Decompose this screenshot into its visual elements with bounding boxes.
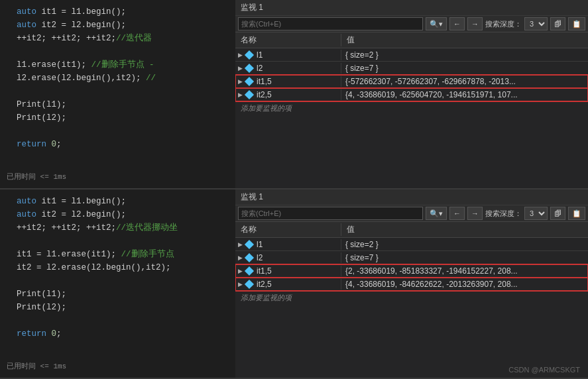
col-val-header-1: 值: [341, 34, 588, 46]
code-line: Print(l2);: [7, 111, 235, 125]
code-line: l2.erase(l2.begin(),it2); //: [7, 72, 235, 85]
row-val-l1-p2: { size=2 }: [341, 239, 588, 250]
diamond-icon: [245, 89, 254, 99]
expand-icon[interactable]: ▶: [238, 52, 243, 58]
code-line: auto it1 = l1.begin();: [7, 5, 235, 19]
watch-toolbar-1: 🔍▾ ← → 搜索深度： 3 1 2 4 5 🗐 📋: [235, 16, 588, 32]
row-name-it2-p2: ▶ it2,5: [235, 279, 341, 290]
fwd-btn-2[interactable]: →: [467, 207, 483, 220]
credit-text: CSDN @ARMCSKGT: [508, 366, 580, 374]
watch-row-l2[interactable]: ▶ l2 { size=7 }: [235, 62, 588, 75]
watch-row-l2-p2[interactable]: ▶ l2 { size=7 }: [235, 251, 588, 264]
col-headers-2: 名称 值: [235, 222, 588, 238]
code-line: Print(l2);: [7, 301, 235, 314]
diamond-icon: [245, 252, 254, 262]
status-bar-1: 已用时间 <= 1ms: [7, 172, 66, 183]
watch-table-1: 名称 值 ▶ l1 { size=2 } ▶ l2 { size=7 }: [235, 32, 588, 188]
row-name-it1: ▶ it1,5: [235, 76, 341, 87]
watch-row-it2-p2[interactable]: ▶ it2,5 {4, -33686019, -846262622, -2013…: [235, 278, 588, 291]
watch-row-it2[interactable]: ▶ it2,5 {4, -33686019, -625604720, -1946…: [235, 88, 588, 101]
diamond-icon: [245, 50, 254, 59]
code-area-1: auto it1 = l1.begin(); auto it2 = l2.beg…: [0, 0, 235, 188]
diamond-icon: [245, 279, 254, 288]
col-name-header-1: 名称: [235, 34, 341, 46]
expand-icon[interactable]: ▶: [238, 281, 243, 288]
depth-select-1[interactable]: 3 1 2 4 5: [524, 17, 548, 30]
col-val-header-2: 值: [341, 223, 588, 236]
search-box-1[interactable]: [238, 17, 423, 30]
diamond-icon: [245, 63, 254, 72]
row-name-l2-p2: ▶ l2: [235, 252, 341, 263]
watch-row-it1[interactable]: ▶ it1,5 {-572662307, -572662307, -629667…: [235, 75, 588, 88]
diamond-icon: [245, 239, 254, 248]
code-line: l1.erase(it1); //删除手节点 -: [7, 58, 235, 72]
code-line: [7, 235, 235, 248]
row-val-l2: { size=7 }: [341, 63, 588, 74]
expand-icon[interactable]: ▶: [238, 65, 243, 72]
depth-select-2[interactable]: 3 1 2 4 5: [524, 207, 548, 220]
status-bar-2: 已用时间 <= 1ms: [7, 361, 66, 372]
watch-table-2: 名称 值 ▶ l1 { size=2 } ▶ l2 { size=7 }: [235, 222, 588, 378]
search-input-2[interactable]: [241, 209, 420, 217]
expand-icon[interactable]: ▶: [238, 241, 243, 248]
search-btn-1[interactable]: 🔍▾: [426, 17, 447, 30]
row-val-it2-p2: {4, -33686019, -846262622, -2013263907, …: [341, 279, 588, 290]
watch-toolbar-2: 🔍▾ ← → 搜索深度： 3 1 2 4 5 🗐 📋: [235, 205, 588, 222]
row-val-it2: {4, -33686019, -625604720, -1946151971, …: [341, 89, 588, 100]
watch-title-1: 监视 1: [235, 0, 588, 16]
diamond-icon: [245, 266, 254, 275]
watch-row-l1-p2[interactable]: ▶ l1 { size=2 }: [235, 238, 588, 251]
row-val-l1: { size=2 }: [341, 50, 588, 60]
depth-label-2: 搜索深度：: [485, 209, 522, 219]
row-name-l1: ▶ l1: [235, 50, 341, 60]
code-line: ++it2; ++it2; ++it2;//迭代器: [7, 32, 235, 45]
code-line: Print(l1);: [7, 288, 235, 301]
settings-btn-1[interactable]: 🗐: [550, 17, 565, 30]
watch-row-l1[interactable]: ▶ l1 { size=2 }: [235, 48, 588, 62]
add-watch-2[interactable]: 添加要监视的项: [235, 291, 588, 305]
code-area-2: auto it1 = l1.begin(); auto it2 = l2.beg…: [0, 190, 235, 378]
settings-btn-2[interactable]: 🗐: [550, 207, 565, 220]
code-line: it1 = l1.erase(it1); //删除手节点: [7, 248, 235, 261]
code-line: [7, 274, 235, 288]
watch-area-1: 监视 1 🔍▾ ← → 搜索深度： 3 1 2 4 5 🗐 📋 名称 值: [235, 0, 588, 188]
search-btn-2[interactable]: 🔍▾: [426, 207, 447, 220]
code-line: auto it2 = l2.begin();: [7, 19, 235, 32]
watch-title-2: 监视 1: [235, 190, 588, 205]
code-line: [7, 45, 235, 58]
code-line: [7, 314, 235, 327]
panel-2: auto it1 = l1.begin(); auto it2 = l2.beg…: [0, 190, 588, 379]
code-line: ++it2; ++it2; ++it2;//迭代器挪动坐: [7, 221, 235, 235]
add-watch-1[interactable]: 添加要监视的项: [235, 101, 588, 115]
back-btn-1[interactable]: ←: [449, 17, 465, 30]
fwd-btn-1[interactable]: →: [467, 17, 483, 30]
code-line: return 0;: [7, 327, 235, 341]
search-input-1[interactable]: [241, 20, 420, 28]
diamond-icon: [245, 76, 254, 85]
row-name-it2: ▶ it2,5: [235, 89, 341, 100]
row-val-it1: {-572662307, -572662307, -629667878, -20…: [341, 76, 588, 87]
expand-icon[interactable]: ▶: [238, 78, 243, 85]
code-line: return 0;: [7, 138, 235, 151]
search-box-2[interactable]: [238, 207, 423, 220]
watch-row-it1-p2[interactable]: ▶ it1,5 {2, -33686019, -851833327, -1946…: [235, 264, 588, 278]
expand-icon[interactable]: ▶: [238, 268, 243, 274]
expand-icon[interactable]: ▶: [238, 91, 243, 98]
code-line: it2 = l2.erase(l2.begin(),it2);: [7, 261, 235, 274]
code-line: [7, 85, 235, 98]
row-name-l1-p2: ▶ l1: [235, 239, 341, 250]
code-line: [7, 125, 235, 138]
col-headers-1: 名称 值: [235, 32, 588, 48]
code-line: auto it1 = l1.begin();: [7, 195, 235, 208]
row-val-it1-p2: {2, -33686019, -851833327, -1946152227, …: [341, 266, 588, 276]
code-line: Print(l1);: [7, 98, 235, 111]
expand-icon[interactable]: ▶: [238, 254, 243, 261]
depth-label-1: 搜索深度：: [485, 19, 522, 29]
code-line: auto it2 = l2.begin();: [7, 208, 235, 221]
row-name-it1-p2: ▶ it1,5: [235, 266, 341, 276]
extra-btn-1[interactable]: 📋: [568, 17, 585, 30]
extra-btn-2[interactable]: 📋: [568, 207, 585, 220]
back-btn-2[interactable]: ←: [449, 207, 465, 220]
col-name-header-2: 名称: [235, 223, 341, 236]
panel-1: auto it1 = l1.begin(); auto it2 = l2.beg…: [0, 0, 588, 190]
